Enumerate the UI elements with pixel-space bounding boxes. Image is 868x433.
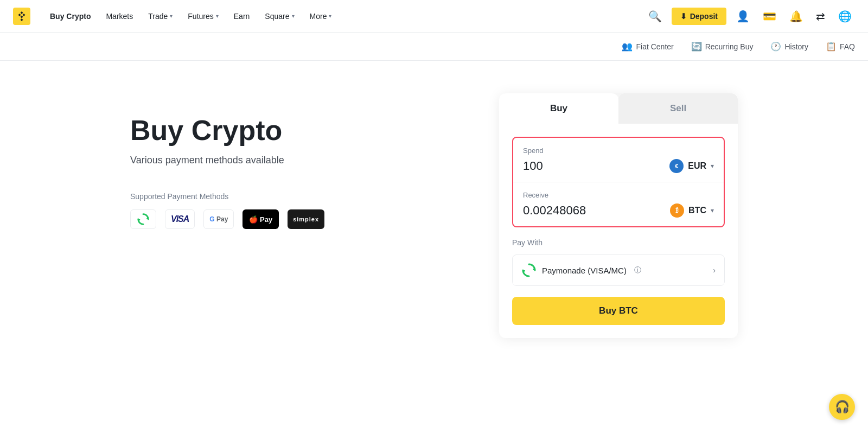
- tab-buy[interactable]: Buy: [499, 93, 618, 124]
- paymonade-payment-icon: [130, 209, 156, 229]
- hero-subtitle: Various payment methods available: [130, 155, 456, 166]
- eur-currency-selector[interactable]: € EUR ▾: [669, 159, 714, 173]
- profile-button[interactable]: 👤: [733, 8, 753, 25]
- payment-methods: VISA G Pay 🍎 Pay simplex: [130, 209, 456, 229]
- main-content: Buy Crypto Various payment methods avail…: [0, 61, 868, 430]
- spend-input[interactable]: [523, 159, 610, 173]
- btc-currency-selector[interactable]: ₿ BTC ▾: [670, 203, 714, 218]
- simplex-payment-icon: simplex: [288, 209, 324, 229]
- card-tabs: Buy Sell: [499, 93, 738, 124]
- sub-nav-faq[interactable]: 📋 FAQ: [826, 41, 855, 52]
- transfer-button[interactable]: ⇄: [813, 8, 828, 25]
- pay-with-label: Pay With: [512, 238, 725, 247]
- tab-sell[interactable]: Sell: [618, 93, 738, 124]
- nav-link-more[interactable]: More ▾: [303, 8, 339, 25]
- pay-with-option[interactable]: Paymonade (VISA/MC) ⓘ ›: [512, 254, 725, 286]
- search-button[interactable]: 🔍: [645, 8, 665, 25]
- paymonade-logo-icon: [136, 212, 150, 227]
- paymonade-option-icon: [521, 263, 537, 278]
- nav-link-trade[interactable]: Trade ▾: [142, 8, 179, 25]
- btc-chevron-icon: ▾: [711, 207, 714, 214]
- language-button[interactable]: 🌐: [835, 8, 855, 25]
- logo[interactable]: [13, 8, 30, 25]
- pay-with-chevron-icon: ›: [713, 266, 716, 275]
- navbar: Buy Crypto Markets Trade ▾ Futures ▾ Ear…: [0, 0, 868, 33]
- binance-logo-icon: [13, 8, 30, 25]
- sub-nav-fiat-center[interactable]: 👥 Fiat Center: [622, 41, 673, 52]
- eur-icon: €: [669, 159, 684, 173]
- applepay-payment-icon: 🍎 Pay: [242, 209, 279, 229]
- more-chevron-icon: ▾: [329, 13, 331, 19]
- support-chat-icon: 🎧: [835, 400, 850, 414]
- spend-row: € EUR ▾: [523, 159, 714, 173]
- nav-links: Buy Crypto Markets Trade ▾ Futures ▾ Ear…: [43, 8, 645, 25]
- receive-field: Receive 0.00248068 ₿ BTC ▾: [513, 182, 724, 226]
- hero-section: Buy Crypto Various payment methods avail…: [130, 93, 456, 229]
- faq-icon: 📋: [826, 41, 837, 52]
- eur-chevron-icon: ▾: [711, 162, 714, 170]
- square-chevron-icon: ▾: [292, 13, 295, 19]
- futures-chevron-icon: ▾: [216, 13, 219, 19]
- btc-icon: ₿: [670, 203, 684, 218]
- buy-button[interactable]: Buy BTC: [512, 297, 725, 325]
- pay-with-left: Paymonade (VISA/MC) ⓘ: [521, 263, 641, 278]
- wallet-button[interactable]: 💳: [760, 8, 780, 25]
- recurring-buy-icon: 🔄: [691, 41, 702, 52]
- nav-link-futures[interactable]: Futures ▾: [181, 8, 225, 25]
- sub-nav-recurring-buy[interactable]: 🔄 Recurring Buy: [691, 41, 754, 52]
- gpay-payment-icon: G Pay: [203, 209, 234, 229]
- support-chat-button[interactable]: 🎧: [829, 394, 855, 420]
- spend-label: Spend: [523, 147, 714, 155]
- trade-chevron-icon: ▾: [170, 13, 173, 19]
- receive-value: 0.00248068: [523, 203, 610, 218]
- history-icon: 🕐: [770, 41, 781, 52]
- eur-label: EUR: [688, 161, 706, 171]
- spend-field: Spend € EUR ▾: [513, 138, 724, 182]
- buy-sell-card: Buy Sell Spend € EUR ▾: [499, 93, 738, 338]
- hero-title: Buy Crypto: [130, 115, 456, 146]
- visa-payment-icon: VISA: [165, 209, 195, 229]
- notifications-button[interactable]: 🔔: [786, 8, 806, 25]
- pay-with-name: Paymonade (VISA/MC): [542, 266, 627, 275]
- buy-card-section: Buy Sell Spend € EUR ▾: [499, 93, 738, 338]
- receive-row: 0.00248068 ₿ BTC ▾: [523, 203, 714, 218]
- spend-receive-section: Spend € EUR ▾ Receive: [512, 137, 725, 227]
- nav-right: 🔍 ⬇ Deposit 👤 💳 🔔 ⇄ 🌐: [645, 8, 855, 25]
- payment-label: Supported Payment Methods: [130, 192, 456, 201]
- card-body: Spend € EUR ▾ Receive: [499, 124, 738, 338]
- sub-nav-history[interactable]: 🕐 History: [770, 41, 808, 52]
- deposit-button[interactable]: ⬇ Deposit: [672, 8, 726, 25]
- btc-label: BTC: [688, 206, 706, 215]
- fiat-center-icon: 👥: [622, 41, 633, 52]
- info-icon: ⓘ: [634, 265, 641, 275]
- deposit-icon: ⬇: [680, 12, 687, 21]
- nav-link-earn[interactable]: Earn: [227, 8, 257, 25]
- nav-link-markets[interactable]: Markets: [99, 8, 139, 25]
- sub-nav: 👥 Fiat Center 🔄 Recurring Buy 🕐 History …: [0, 33, 868, 61]
- nav-link-square[interactable]: Square ▾: [258, 8, 301, 25]
- receive-label: Receive: [523, 191, 714, 199]
- nav-link-buy-crypto[interactable]: Buy Crypto: [43, 8, 97, 25]
